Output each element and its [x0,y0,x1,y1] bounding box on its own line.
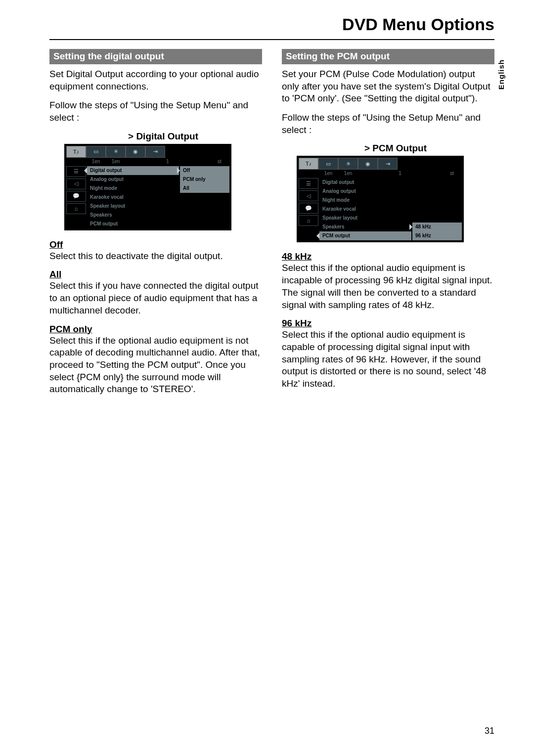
osd-caption: > PCM Output [297,143,494,154]
language-tab: English [497,59,505,89]
osd-tab-icon: ◉ [358,158,378,170]
option-heading-pcm-only: PCM only [49,324,262,335]
osd-menu-item: Karaoke vocal [87,193,179,202]
option-description: Select this to deactivate the digital ou… [49,250,262,263]
osd-menu-item: Night mode [87,184,179,193]
osd-tab-icon: ◉ [126,146,145,158]
osd-value-spacer [412,214,462,222]
section-heading-pcm-output: Setting the PCM output [282,49,494,64]
osd-screen: T♪ ▭ ✳ ◉ ⇥ 1en 1en 1 st [297,156,464,242]
osd-value-item: 48 kHz [412,222,462,231]
osd-value-spacer [412,205,462,214]
osd-sub-label: st [442,170,462,177]
osd-tab-icon: ▭ [86,146,106,158]
osd-sub-label: 1en [318,170,338,177]
osd-menu-item: Night mode [319,196,411,205]
option-description: Select this if you have connected the di… [49,280,262,316]
osd-tab-icon: ▭ [318,158,338,170]
osd-tab-icon: ✳ [338,158,358,170]
option-heading-off: Off [49,239,262,250]
osd-sub-label: st [210,158,229,165]
two-column-layout: Setting the digital output Set Digital O… [49,49,494,402]
osd-tab-icon: ⇥ [145,146,165,158]
osd-figure-pcm-output: > PCM Output T♪ ▭ ✳ ◉ ⇥ 1en 1en 1 st [297,143,494,242]
osd-menu-item: Speakers [87,211,179,220]
osd-sub-label: 1 [126,158,210,165]
osd-menu-item: PCM output [87,220,179,228]
option-description: Select this if the optional audio equipm… [49,335,262,396]
osd-side-icon: ◁ [66,178,86,189]
osd-tab-icon: T♪ [299,158,318,170]
osd-side-icon: ☰ [66,166,86,177]
osd-value-spacer [412,178,462,187]
osd-tab-icon: T♪ [66,146,86,158]
osd-menu-item: PCM output [319,231,411,240]
osd-value-spacer [412,187,462,196]
osd-side-icon: ⌂ [299,215,318,226]
osd-value-item: All [180,184,229,193]
page-title: DVD Menu Options [49,15,494,34]
osd-value-item: 96 kHz [412,231,462,240]
option-heading-all: All [49,269,262,280]
osd-menu-item: Analog output [319,187,411,196]
osd-figure-digital-output: > Digital Output T♪ ▭ ✳ ◉ ⇥ 1en 1en 1 [64,131,262,230]
osd-screen: T♪ ▭ ✳ ◉ ⇥ 1en 1en 1 st [64,144,231,230]
osd-menu-item: Analog output [87,175,179,184]
paragraph: Follow the steps of "Using the Setup Men… [49,99,262,124]
osd-side-icon: ☰ [299,178,318,189]
option-description: Select this if the optional audio equipm… [282,262,494,311]
left-column: Setting the digital output Set Digital O… [49,49,262,402]
osd-menu-item: Speaker layout [319,214,411,222]
paragraph: Follow the steps of "Using the Setup Men… [282,112,494,136]
osd-sub-label: 1 [358,170,442,177]
osd-sub-label: 1en [106,158,126,165]
section-heading-digital-output: Setting the digital output [49,49,262,64]
osd-menu-item: Digital output [319,178,411,187]
right-column: Setting the PCM output Set your PCM (Pul… [282,49,494,402]
osd-value-spacer [412,196,462,205]
horizontal-rule [49,39,494,40]
osd-side-icon: 💬 [66,191,86,202]
option-heading-48khz: 48 kHz [282,251,494,262]
paragraph: Set your PCM (Pulse Code Modulation) out… [282,68,494,105]
osd-tab-icon: ✳ [106,146,126,158]
osd-caption: > Digital Output [64,131,262,142]
osd-menu-item: Speaker layout [87,202,179,211]
option-heading-96khz: 96 kHz [282,318,494,329]
osd-side-icon: ⌂ [66,203,86,214]
osd-sub-label: 1en [86,158,106,165]
osd-sub-label: 1en [338,170,358,177]
osd-side-icon: ◁ [299,190,318,201]
osd-tab-icon: ⇥ [378,158,398,170]
page-number: 31 [485,726,494,736]
osd-menu-item: Digital output [87,166,179,175]
osd-menu-item: Speakers [319,222,411,231]
option-description: Select this if the optional audio equipm… [282,329,494,390]
osd-side-icon: 💬 [299,203,318,214]
osd-value-item: Off [180,166,229,175]
osd-menu-item: Karaoke vocal [319,205,411,214]
paragraph: Set Digital Output according to your opt… [49,68,262,92]
manual-page: DVD Menu Options English Setting the dig… [0,0,534,756]
osd-value-item: PCM only [180,175,229,184]
